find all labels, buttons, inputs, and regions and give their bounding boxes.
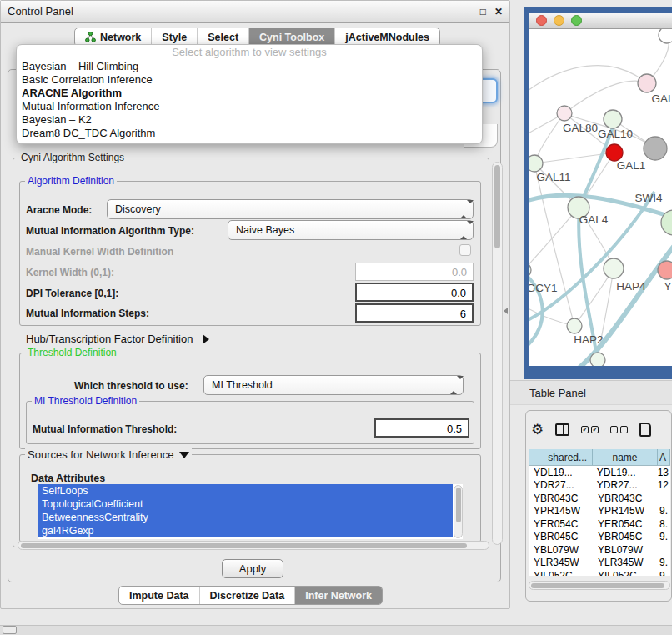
tab-discretize-data-label: Discretize Data [210, 590, 285, 602]
column-header-name[interactable]: name [593, 449, 658, 465]
panel-divider-handle[interactable] [504, 308, 508, 314]
node-gal10[interactable] [604, 110, 622, 128]
mi-type-combo[interactable]: Naive Bayes [228, 220, 474, 240]
hub-definition-expander[interactable]: Hub/Transcription Factor Definition [26, 332, 209, 345]
table-row[interactable]: YBR045CYBR045C9. [529, 531, 670, 544]
attributes-list-scrollbar[interactable] [454, 485, 463, 538]
kernel-width-label: Kernel Width (0,1): [26, 267, 114, 278]
node-label-hap2: HAP2 [574, 333, 603, 346]
sources-group-title[interactable]: Sources for Network Inference [25, 448, 192, 461]
table-hscrollbar-thumb[interactable] [531, 583, 664, 588]
tab-impute-data-label: Impute Data [129, 590, 189, 602]
tab-select[interactable]: Select [197, 28, 248, 46]
node-label-gal11: GAL11 [536, 171, 570, 183]
node-hap2[interactable] [567, 318, 582, 333]
threshold-definition-title: Threshold Definition [25, 347, 119, 358]
gear-icon[interactable]: ⚙ [531, 422, 544, 437]
table-row[interactable]: YLR345WYLR345W9. [529, 557, 670, 570]
deselect-all-checks-icon[interactable] [610, 426, 628, 433]
column-header-partial[interactable]: A [658, 449, 670, 465]
mi-threshold-value: 0.5 [447, 422, 462, 435]
mi-type-value: Naive Bayes [236, 224, 294, 236]
kernel-width-field[interactable]: 0.0 [355, 262, 474, 281]
dropdown-item-bayesian-k2[interactable]: Bayesian – K2 [17, 113, 482, 127]
settings-scrollbar[interactable] [492, 162, 503, 545]
node-gal-partial[interactable] [638, 74, 656, 92]
aracne-mode-label: Aracne Mode: [26, 204, 92, 216]
tab-style[interactable]: Style [151, 28, 197, 46]
tab-infer-network-label: Infer Network [305, 590, 372, 602]
float-window-icon[interactable]: □ [480, 6, 486, 18]
settings-hscrollbar-thumb[interactable] [21, 543, 467, 548]
dpi-tolerance-label: DPI Tolerance [0,1]: [26, 288, 118, 299]
dropdown-item-basic-correlation[interactable]: Basic Correlation Inference [17, 73, 482, 87]
select-all-checks-icon[interactable]: ✓✓ [581, 426, 599, 433]
dropdown-item-mutual-information[interactable]: Mutual Information Inference [17, 100, 482, 113]
table-row[interactable]: YER054CYER054C8. [529, 518, 670, 531]
network-view-window: GAL GAL80 GAL10 GAL1 GAL11 SWI4 GAL4 GCY… [524, 7, 672, 379]
table-hscrollbar[interactable] [529, 581, 670, 590]
dpi-tolerance-field[interactable]: 0.0 [355, 282, 474, 302]
tab-cyni-toolbox[interactable]: Cyni Toolbox [248, 28, 334, 46]
list-item-topologicalcoefficient[interactable]: TopologicalCoefficient [38, 498, 453, 511]
tab-network[interactable]: Network [75, 28, 151, 46]
settings-scrollbar-thumb[interactable] [494, 165, 500, 248]
node-gal80[interactable] [557, 106, 572, 121]
node-unlabeled-top[interactable] [659, 29, 672, 43]
table-row[interactable]: YBL079WYBL079W [529, 543, 670, 557]
node-gal1[interactable] [606, 144, 623, 161]
tab-infer-network[interactable]: Infer Network [294, 587, 382, 604]
node-gal11[interactable] [529, 155, 543, 172]
network-canvas[interactable]: GAL GAL80 GAL10 GAL1 GAL11 SWI4 GAL4 GCY… [529, 29, 672, 366]
tab-discretize-data[interactable]: Discretize Data [199, 587, 295, 604]
network-window-titlebar[interactable] [529, 12, 672, 29]
zoom-traffic-icon[interactable] [571, 15, 582, 26]
table-row[interactable]: YBR043CYBR043C [529, 492, 670, 505]
mi-type-label: Mutual Information Algorithm Type: [26, 225, 194, 237]
mi-steps-label: Mutual Information Steps: [26, 308, 149, 319]
mi-steps-field[interactable]: 6 [355, 303, 474, 322]
settings-hscrollbar[interactable] [18, 541, 489, 550]
dropdown-item-dream8[interactable]: Dream8 DC_TDC Algorithm [17, 127, 482, 140]
mi-threshold-field[interactable]: 0.5 [374, 418, 469, 438]
node-hap4[interactable] [604, 258, 624, 278]
minimized-panel-icon[interactable] [3, 626, 17, 634]
list-item-selfloops[interactable]: SelfLoops [38, 484, 453, 498]
which-threshold-combo[interactable]: MI Threshold [203, 375, 464, 395]
apply-button[interactable]: Apply [222, 559, 283, 578]
manual-kernel-label: Manual Kernel Width Definition [26, 246, 173, 258]
tab-jactivemnodules[interactable]: jActiveMNodules [334, 28, 439, 46]
close-window-icon[interactable]: ✕ [494, 6, 503, 18]
kernel-width-value: 0.0 [452, 266, 467, 278]
hub-definition-label: Hub/Transcription Factor Definition [26, 332, 193, 345]
manual-kernel-checkbox[interactable] [459, 244, 471, 256]
table-row[interactable]: YDR27...YDR27...12 [529, 479, 670, 492]
column-header-shared-name[interactable]: shared... [529, 449, 593, 465]
columns-icon[interactable] [555, 423, 569, 436]
table-panel-titlebar: Table Panel [510, 380, 672, 405]
node-salmon[interactable] [658, 261, 672, 279]
node-unlabeled-bottom[interactable] [590, 352, 605, 366]
dropdown-item-bayesian-hill-climbing[interactable]: Bayesian – Hill Climbing [17, 60, 482, 73]
aracne-mode-combo[interactable]: Discovery [107, 199, 474, 219]
collapse-arrow-icon [179, 452, 189, 458]
tab-impute-data[interactable]: Impute Data [119, 587, 199, 604]
document-icon[interactable] [639, 422, 651, 437]
algorithm-definition-title: Algorithm Definition [25, 175, 117, 187]
node-label-hap4: HAP4 [616, 280, 646, 292]
attributes-scrollbar-thumb[interactable] [456, 488, 461, 522]
close-traffic-icon[interactable] [536, 15, 547, 26]
node-gcy1[interactable] [529, 262, 531, 278]
node-label-gcy1: GCY1 [529, 282, 557, 294]
combo-stepper-icon [460, 224, 466, 236]
sources-title-text: Sources for Network Inference [28, 448, 174, 461]
node-gray[interactable] [644, 137, 667, 160]
minimize-traffic-icon[interactable] [554, 15, 564, 26]
list-item-betweennesscentrality[interactable]: BetweennessCentrality [38, 511, 453, 524]
list-item-gal4rgexp[interactable]: gal4RGexp [38, 524, 453, 538]
table-row[interactable]: YDL19...YDL19...13 [529, 466, 670, 479]
table-row[interactable]: YIL052CYIL052C9 [529, 569, 670, 576]
table-row[interactable]: YPR145WYPR145W9. [529, 505, 670, 518]
cyni-bottom-tabbar: Impute Data Discretize Data Infer Networ… [118, 586, 383, 605]
dropdown-item-aracne[interactable]: ARACNE Algorithm [17, 87, 482, 100]
